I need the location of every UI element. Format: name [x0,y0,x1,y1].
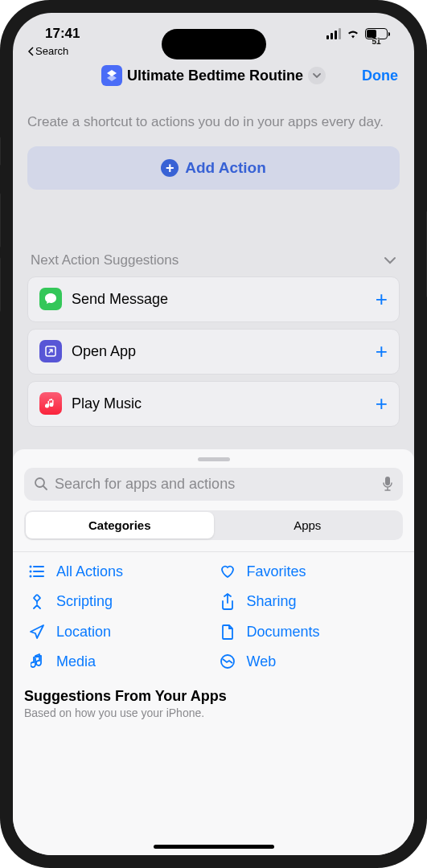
suggestion-open-app[interactable]: Open App + [27,329,400,375]
main-area: Create a shortcut to actions you do in y… [13,97,414,449]
segmented-control: Categories Apps [24,510,403,540]
categories-grid: All Actions Favorites Scripting Sharing … [24,563,403,685]
category-all-actions[interactable]: All Actions [27,563,210,580]
volume-down-button [0,257,1,312]
list-icon [27,565,47,578]
category-documents[interactable]: Documents [218,624,400,641]
cellular-icon [326,28,341,39]
category-label: Location [56,624,111,641]
location-icon [27,624,47,640]
home-indicator[interactable] [154,845,274,849]
intro-text: Create a shortcut to actions you do in y… [27,113,400,132]
svg-point-4 [30,571,32,573]
tab-apps[interactable]: Apps [214,512,402,538]
nav-header: Ultimate Bedtime Routine Done [13,60,414,97]
mic-icon[interactable] [382,476,393,492]
search-icon [34,477,48,491]
category-label: Sharing [247,593,297,610]
status-time: 17:41 [45,26,80,42]
category-scripting[interactable]: Scripting [27,593,210,611]
suggestion-label: Send Message [72,291,366,308]
chevron-left-icon [27,47,34,56]
page-title: Ultimate Bedtime Routine [127,68,303,84]
heart-icon [218,564,237,579]
document-icon [218,624,237,640]
dynamic-island [162,29,266,59]
svg-point-5 [30,575,32,578]
divider [13,551,414,552]
category-label: Media [56,653,96,670]
web-icon [218,653,237,669]
share-icon [218,593,237,611]
category-media[interactable]: Media [27,653,210,670]
category-location[interactable]: Location [27,624,210,641]
apps-suggestions-title: Suggestions From Your Apps [24,688,403,705]
sheet-grabber[interactable] [198,457,230,461]
plus-circle-icon: + [161,159,179,177]
open-app-icon [39,340,62,362]
add-icon[interactable]: + [376,287,388,312]
volume-up-button [0,193,1,248]
chevron-down-icon [313,73,321,78]
wifi-icon [346,28,360,39]
svg-rect-6 [34,595,40,601]
device-frame: 17:41 51 Search Ultimate Bedtime Routine [0,0,427,868]
search-input[interactable]: Search for apps and actions [24,468,403,501]
battery-icon: 51 [365,28,390,39]
tab-categories[interactable]: Categories [26,512,214,538]
category-label: Web [247,653,277,670]
suggestion-label: Open App [72,343,366,360]
apps-suggestions-subtitle: Based on how you use your iPhone. [24,706,403,719]
category-label: Scripting [56,593,113,610]
add-icon[interactable]: + [376,339,388,364]
suggestion-label: Play Music [72,395,366,412]
category-web[interactable]: Web [218,653,400,670]
back-label: Search [35,45,68,57]
suggestions-section: Next Action Suggestions Send Message + O… [27,252,400,427]
title-menu-button[interactable] [308,67,326,84]
category-favorites[interactable]: Favorites [218,563,400,580]
screen: 17:41 51 Search Ultimate Bedtime Routine [13,13,414,855]
messages-icon [39,288,62,310]
svg-point-1 [35,478,44,487]
search-placeholder: Search for apps and actions [55,476,376,493]
add-action-button[interactable]: + Add Action [27,146,400,190]
category-sharing[interactable]: Sharing [218,593,400,611]
bottom-sheet: Search for apps and actions Categories A… [13,449,414,855]
music-icon [39,392,62,415]
svg-point-3 [30,566,32,568]
suggestion-play-music[interactable]: Play Music + [27,381,400,427]
suggestions-title: Next Action Suggestions [31,252,179,268]
svg-rect-2 [385,477,390,485]
chevron-down-icon[interactable] [384,256,396,264]
add-icon[interactable]: + [376,391,388,416]
side-button [0,137,1,166]
media-icon [27,653,47,669]
suggestion-send-message[interactable]: Send Message + [27,276,400,322]
category-label: All Actions [56,563,123,580]
done-button[interactable]: Done [362,68,398,84]
scripting-icon [27,594,47,610]
category-label: Documents [247,624,320,641]
add-action-label: Add Action [185,159,266,177]
shortcut-app-icon [101,65,122,86]
category-label: Favorites [247,563,306,580]
